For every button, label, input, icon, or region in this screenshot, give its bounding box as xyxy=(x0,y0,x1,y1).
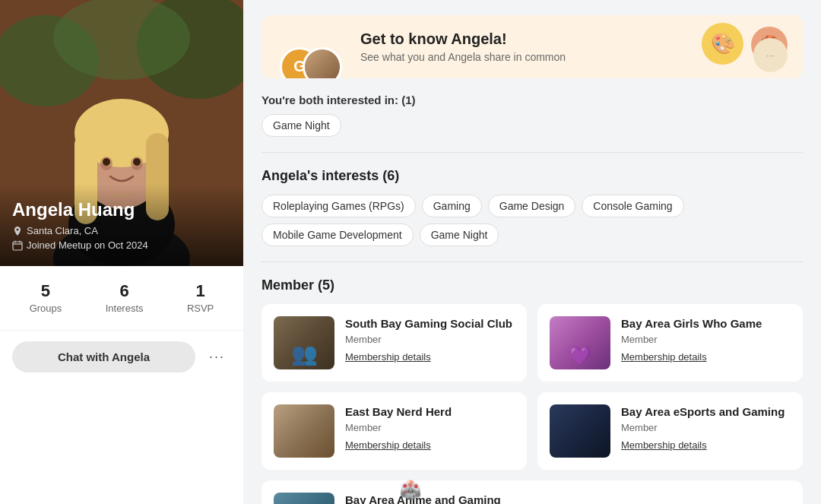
svg-point-3 xyxy=(53,0,190,80)
interest-gaming[interactable]: Gaming xyxy=(422,195,482,217)
location-icon xyxy=(12,226,23,236)
groups-label: Groups xyxy=(30,303,62,314)
esports-role: Member xyxy=(621,422,791,433)
banner-decorations: 🎨 🏀 ··· xyxy=(702,23,788,65)
south-bay-name: South Bay Gaming Social Club xyxy=(345,316,515,331)
east-bay-membership-link[interactable]: Membership details xyxy=(345,439,431,451)
main-content: G Get to know Angela! See what you and A… xyxy=(243,0,821,504)
member-card-anime: Bay Area Anime and Gaming Member Members… xyxy=(262,480,803,504)
common-interests-label: You're both interested in: (1) xyxy=(262,94,803,106)
east-bay-info: East Bay Nerd Herd Member Membership det… xyxy=(345,404,515,452)
member-section: Member (5) South Bay Gaming Social Club … xyxy=(262,277,803,504)
bay-girls-membership-link[interactable]: Membership details xyxy=(621,351,707,363)
south-bay-info: South Bay Gaming Social Club Member Memb… xyxy=(345,316,515,363)
profile-overlay: Angela Huang Santa Clara, CA Joined Meet… xyxy=(0,184,243,266)
south-bay-image xyxy=(274,316,334,369)
member-section-title: Member (5) xyxy=(262,277,803,293)
interest-game-night[interactable]: Game Night xyxy=(420,223,499,246)
interest-console-gaming[interactable]: Console Gaming xyxy=(582,195,683,217)
angela-avatar xyxy=(303,47,342,79)
east-bay-name: East Bay Nerd Herd xyxy=(345,404,515,420)
angela-interests-tags: Roleplaying Games (RPGs) Gaming Game Des… xyxy=(262,195,803,246)
bay-girls-role: Member xyxy=(621,334,791,345)
member-card-south-bay: South Bay Gaming Social Club Member Memb… xyxy=(262,304,527,382)
interests-count: 6 xyxy=(106,281,144,301)
calendar-icon xyxy=(12,240,23,251)
south-bay-role: Member xyxy=(345,334,515,345)
deco-more-icon: ··· xyxy=(753,38,788,72)
common-tag-game-night[interactable]: Game Night xyxy=(262,114,341,137)
groups-count: 5 xyxy=(30,281,62,301)
esports-image xyxy=(550,404,610,458)
interests-label: Interests xyxy=(106,303,144,314)
more-options-button[interactable]: ··· xyxy=(203,343,231,371)
section-divider-2 xyxy=(262,262,803,262)
chat-button[interactable]: Chat with Angela xyxy=(12,341,195,372)
member-card-bay-girls: Bay Area Girls Who Game Member Membershi… xyxy=(537,304,803,382)
east-bay-image xyxy=(274,404,334,458)
interest-game-design[interactable]: Game Design xyxy=(488,195,576,217)
common-interests-section: You're both interested in: (1) Game Nigh… xyxy=(262,94,803,137)
deco-palette-icon: 🎨 xyxy=(702,23,743,65)
member-card-esports: Bay Area eSports and Gaming Member Membe… xyxy=(537,392,803,470)
get-to-know-banner: G Get to know Angela! See what you and A… xyxy=(262,15,803,78)
anime-image xyxy=(274,493,334,504)
angela-interests-section: Angela's interests (6) Roleplaying Games… xyxy=(262,168,803,246)
profile-image-container: Angela Huang Santa Clara, CA Joined Meet… xyxy=(0,0,243,266)
profile-location: Santa Clara, CA xyxy=(12,225,231,236)
sidebar: Angela Huang Santa Clara, CA Joined Meet… xyxy=(0,0,243,504)
section-divider-1 xyxy=(262,152,803,153)
esports-info: Bay Area eSports and Gaming Member Membe… xyxy=(621,404,791,452)
sidebar-actions: Chat with Angela ··· xyxy=(0,331,243,383)
bay-girls-info: Bay Area Girls Who Game Member Membershi… xyxy=(621,316,791,363)
rsvp-count: 1 xyxy=(187,281,214,301)
profile-joined: Joined Meetup on Oct 2024 xyxy=(12,239,231,251)
member-card-east-bay: East Bay Nerd Herd Member Membership det… xyxy=(262,392,527,470)
svg-point-15 xyxy=(133,158,141,166)
angela-interests-title: Angela's interests (6) xyxy=(262,168,803,184)
stat-rsvp: 1 RSVP xyxy=(187,281,214,315)
stat-groups: 5 Groups xyxy=(30,281,62,315)
rsvp-label: RSVP xyxy=(187,303,214,314)
profile-name: Angela Huang xyxy=(12,199,231,220)
svg-rect-16 xyxy=(13,242,22,250)
bay-girls-image xyxy=(550,316,610,369)
esports-membership-link[interactable]: Membership details xyxy=(621,439,707,451)
interest-mobile-game-dev[interactable]: Mobile Game Development xyxy=(262,223,414,246)
stat-interests: 6 Interests xyxy=(106,281,144,315)
bay-girls-name: Bay Area Girls Who Game xyxy=(621,316,791,331)
svg-point-14 xyxy=(103,158,110,166)
common-interests-tags: Game Night xyxy=(262,114,803,137)
interest-rpg[interactable]: Roleplaying Games (RPGs) xyxy=(262,195,416,217)
esports-name: Bay Area eSports and Gaming xyxy=(621,404,791,420)
member-grid: South Bay Gaming Social Club Member Memb… xyxy=(262,304,803,470)
sidebar-stats: 5 Groups 6 Interests 1 RSVP xyxy=(0,266,243,331)
south-bay-membership-link[interactable]: Membership details xyxy=(345,351,431,363)
east-bay-role: Member xyxy=(345,422,515,433)
